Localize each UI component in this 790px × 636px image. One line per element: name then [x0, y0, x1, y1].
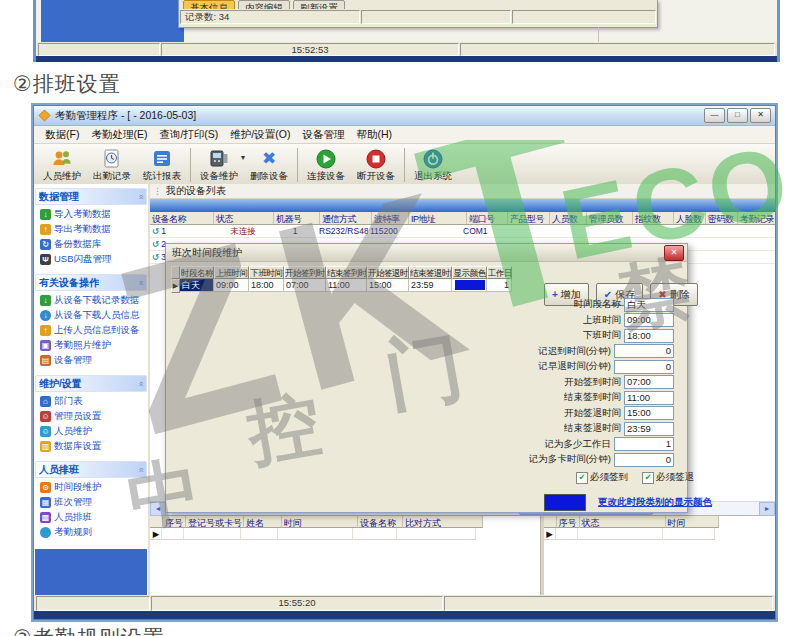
chevron-up-icon[interactable]: » — [135, 467, 145, 472]
column-header[interactable]: 密码数 — [706, 212, 738, 224]
menu-maintain-settings[interactable]: 维护/设置(O) — [224, 128, 296, 142]
dialog-titlebar[interactable]: 班次时间段维护 ✕ — [166, 244, 687, 262]
menu-data[interactable]: 数据(F) — [39, 128, 85, 142]
sidebar-item-export-data[interactable]: 导出考勤数据 — [40, 223, 146, 236]
column-header[interactable]: 登记号或卡号 — [186, 516, 244, 528]
sidebar-item-import-data[interactable]: 导入考勤数据 — [40, 208, 146, 221]
column-header[interactable]: 设备名称 — [358, 516, 403, 528]
sidebar-item-staff-scheduling[interactable]: 人员排班 — [40, 511, 146, 524]
empty-row[interactable]: ▶ — [150, 528, 483, 540]
sidebar-item-department-table[interactable]: 部门表 — [40, 395, 146, 408]
column-header[interactable]: 人脸数 — [674, 212, 706, 224]
multi-card-minutes-field[interactable]: 0 — [614, 453, 674, 467]
grid-column-header[interactable]: 结束签到时间 — [326, 266, 367, 279]
checkout-start-field[interactable]: 15:00 — [624, 406, 674, 420]
minimize-icon[interactable]: — — [704, 108, 725, 123]
scroll-right-icon[interactable]: ▸ — [759, 502, 775, 516]
workday-count-field[interactable]: 1 — [614, 437, 674, 451]
late-minutes-field[interactable]: 0 — [614, 344, 674, 358]
early-leave-minutes-field[interactable]: 0 — [614, 360, 674, 374]
sidebar-item-database-settings[interactable]: 数据库设置 — [40, 440, 146, 453]
device-row-1[interactable]: ↺1 未连接 1 RS232/RS485 115200 COM1 — [150, 225, 775, 238]
grid-column-header[interactable]: 下班时间 — [249, 266, 284, 279]
previous-dialog-button-3[interactable]: 刷新设置 — [293, 0, 345, 9]
column-header[interactable]: 人员数 — [550, 212, 587, 224]
must-checkout-checkbox[interactable]: ✔ 必须签退 — [642, 471, 694, 484]
sidebar-item-shift-management[interactable]: 班次管理 — [40, 496, 146, 509]
column-header[interactable]: 机器号 — [274, 212, 320, 224]
work-start-field[interactable]: 09:00 — [624, 313, 674, 327]
column-header[interactable]: 设备名称 — [150, 212, 214, 224]
must-checkin-checkbox[interactable]: ✔ 必须签到 — [576, 471, 628, 484]
grid-column-header[interactable]: 显示颜色 — [452, 266, 487, 279]
change-color-link[interactable]: 更改此时段类别的显示颜色 — [598, 496, 712, 509]
sidebar-item-attendance-rules[interactable]: 考勤规则 — [40, 526, 146, 539]
work-end-field[interactable]: 18:00 — [624, 329, 674, 343]
column-header[interactable]: 通信方式 — [320, 212, 372, 224]
grid-column-header[interactable]: 上班时间 — [214, 266, 249, 279]
column-header[interactable]: 序号 — [163, 516, 186, 528]
column-header[interactable]: 时间 — [666, 516, 719, 528]
chevron-up-icon[interactable]: » — [135, 381, 145, 386]
titlebar[interactable]: 考勤管理程序 - [ - 2016-05-03] — □ ✕ — [34, 106, 775, 126]
device-maintain-button[interactable]: ▾ 设备维护 — [194, 144, 244, 186]
previous-dialog-button-2[interactable]: 内容编辑 — [238, 0, 290, 9]
column-header[interactable]: 姓名 — [244, 516, 282, 528]
maximize-icon[interactable]: □ — [727, 108, 748, 123]
column-header[interactable]: 考勤记录 — [738, 212, 775, 224]
attendance-record-button[interactable]: 出勤记录 — [87, 144, 137, 186]
menu-attendance[interactable]: 考勤处理(E) — [85, 128, 153, 142]
grid-column-header[interactable]: 开始签到时间 — [284, 266, 326, 279]
grid-column-header[interactable]: 时段名称 — [180, 266, 214, 279]
checkin-end-field[interactable]: 11:00 — [624, 391, 674, 405]
column-header[interactable]: 端口号 — [467, 212, 508, 224]
column-header[interactable]: 指纹数 — [633, 212, 674, 224]
sidebar-item-download-records[interactable]: 从设备下载记录数据 — [40, 294, 146, 307]
sidebar-item-upload-staff[interactable]: 上传人员信息到设备 — [40, 324, 146, 337]
menu-device-management[interactable]: 设备管理 — [296, 128, 350, 142]
sidebar-section-data-management[interactable]: 数据管理 » — [35, 188, 147, 205]
exit-system-button[interactable]: 退出系统 — [408, 144, 458, 186]
timeperiod-row[interactable]: ▶ 白天 09:00 18:00 07:00 11:00 15:00 23:59… — [171, 279, 512, 293]
sidebar-item-download-staff[interactable]: 从设备下载人员信息 — [40, 309, 146, 322]
staff-maintain-button[interactable]: 人员维护 — [37, 144, 87, 186]
sidebar-item-staff-maintain[interactable]: 人员维护 — [40, 425, 146, 438]
sidebar-item-backup-db[interactable]: 备份数据库 — [40, 238, 146, 251]
sidebar-section-device-ops[interactable]: 有关设备操作 » — [35, 274, 147, 291]
grid-column-header[interactable]: 工作日 — [487, 266, 512, 279]
previous-dialog-button-1[interactable]: 基本信息 — [183, 0, 235, 9]
sidebar-item-timeperiod-maintain[interactable]: 时间段维护 — [40, 481, 146, 494]
column-header[interactable]: 波特率 — [372, 212, 409, 224]
column-header[interactable]: 产品型号 — [508, 212, 550, 224]
timeperiod-name-field[interactable]: 白天 — [624, 298, 674, 312]
grid-column-header[interactable]: 结束签退时间 — [409, 266, 452, 279]
color-swatch[interactable] — [544, 494, 586, 511]
statistics-report-button[interactable]: 统计报表 — [137, 144, 187, 186]
menu-query-print[interactable]: 查询/打印(S) — [153, 128, 224, 142]
column-header[interactable]: 状态 — [214, 212, 274, 224]
chevron-up-icon[interactable]: » — [135, 280, 145, 285]
chevron-up-icon[interactable]: » — [135, 194, 145, 199]
delete-device-button[interactable]: ✖ 删除设备 — [244, 144, 294, 186]
sidebar-item-usb-disk[interactable]: USB闪盘管理 — [40, 253, 146, 266]
scroll-left-icon[interactable]: ◂ — [150, 502, 166, 516]
connect-device-button[interactable]: 连接设备 — [301, 144, 351, 186]
sidebar-item-device-management[interactable]: 设备管理 — [40, 354, 146, 367]
column-header[interactable]: IP地址 — [409, 212, 467, 224]
grid-column-header[interactable]: 开始签退时间 — [367, 266, 409, 279]
empty-row[interactable]: ▶ — [544, 528, 719, 540]
sidebar-section-maintain-settings[interactable]: 维护/设置 » — [35, 375, 147, 392]
menu-help[interactable]: 帮助(H) — [350, 128, 398, 142]
sidebar-section-staff-scheduling[interactable]: 人员排班 » — [35, 461, 147, 478]
sidebar-item-admin-settings[interactable]: 管理员设置 — [40, 410, 146, 423]
column-header[interactable]: 管理员数 — [587, 212, 633, 224]
disconnect-device-button[interactable]: 断开设备 — [351, 144, 401, 186]
column-header[interactable]: 序号 — [557, 516, 580, 528]
column-header[interactable]: 比对方式 — [403, 516, 483, 528]
sidebar-item-photo-maintain[interactable]: 考勤照片维护 — [40, 339, 146, 352]
column-header[interactable]: 时间 — [282, 516, 358, 528]
close-icon[interactable]: ✕ — [750, 108, 771, 123]
dialog-close-icon[interactable]: ✕ — [664, 245, 684, 261]
checkin-start-field[interactable]: 07:00 — [624, 375, 674, 389]
column-header[interactable]: 状态 — [580, 516, 666, 528]
